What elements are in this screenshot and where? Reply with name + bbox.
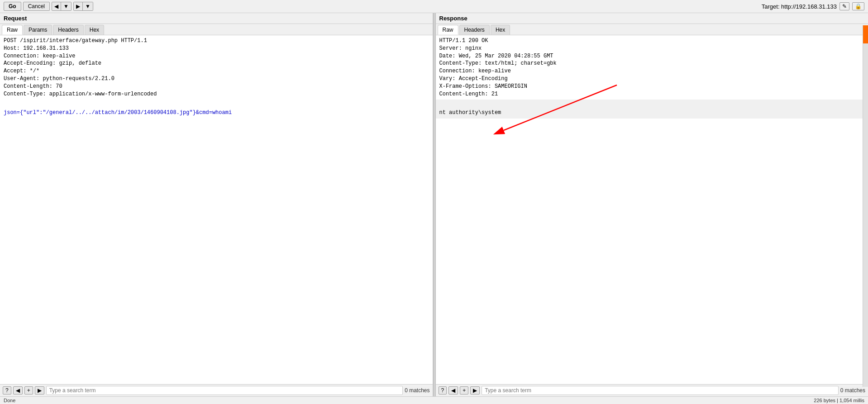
response-header: Response <box>436 13 868 24</box>
request-search-matches: 0 matches <box>405 387 429 394</box>
tab-request-headers[interactable]: Headers <box>53 25 83 35</box>
target-area: Target: http://192.168.31.133 ✎ 🔒 <box>762 2 864 10</box>
tab-response-hex[interactable]: Hex <box>491 25 510 35</box>
nav-next-button[interactable]: ▶ <box>74 2 83 10</box>
tab-request-hex[interactable]: Hex <box>85 25 104 35</box>
target-label: Target: http://192.168.31.133 <box>762 3 837 10</box>
response-search-help-button[interactable]: ? <box>439 386 447 394</box>
lock-button[interactable]: 🔒 <box>852 2 864 10</box>
status-bar: Done 226 bytes | 1,054 millis <box>0 396 868 404</box>
tab-request-params[interactable]: Params <box>24 25 52 35</box>
tab-response-raw[interactable]: Raw <box>438 25 458 35</box>
response-tabs: Raw Headers Hex <box>436 24 868 35</box>
main-content: Request Raw Params Headers Hex POST /isp… <box>0 13 868 396</box>
request-search-add-button[interactable]: + <box>24 386 33 394</box>
request-content-highlight: json={"url":"/general/../../attach/im/20… <box>0 100 433 119</box>
nav-prev-group: ◀ ▼ <box>52 2 72 11</box>
request-body[interactable]: POST /ispirit/interface/gateway.php HTTP… <box>0 35 433 384</box>
request-search-input[interactable] <box>46 386 403 395</box>
status-right: 226 bytes | 1,054 millis <box>814 398 864 403</box>
response-search-next-button[interactable]: ▶ <box>470 386 480 394</box>
response-search-bar: ? ◀ + ▶ 0 matches <box>436 384 868 396</box>
request-search-bar: ? ◀ + ▶ 0 matches <box>0 384 433 396</box>
status-left: Done <box>4 398 15 403</box>
response-search-add-button[interactable]: + <box>460 386 468 394</box>
response-panel: Response Raw Headers Hex HTTP/1.1 200 OK… <box>436 13 868 396</box>
cancel-button[interactable]: Cancel <box>23 2 50 11</box>
request-header: Request <box>0 13 433 24</box>
go-button[interactable]: Go <box>4 2 21 11</box>
toolbar: Go Cancel ◀ ▼ ▶ ▼ Target: http://192.168… <box>0 0 868 13</box>
request-panel: Request Raw Params Headers Hex POST /isp… <box>0 13 433 396</box>
response-content-highlight: nt authority\system <box>436 100 868 119</box>
response-body[interactable]: HTTP/1.1 200 OK Server: nginx Date: Wed,… <box>436 35 868 384</box>
nav-next-down-button[interactable]: ▼ <box>83 2 93 10</box>
request-search-prev-button[interactable]: ◀ <box>13 386 23 394</box>
request-tabs: Raw Params Headers Hex <box>0 24 433 35</box>
request-search-next-button[interactable]: ▶ <box>35 386 44 394</box>
request-search-help-button[interactable]: ? <box>3 386 11 394</box>
tab-request-raw[interactable]: Raw <box>2 25 23 35</box>
nav-prev-down-button[interactable]: ▼ <box>61 2 71 10</box>
nav-prev-button[interactable]: ◀ <box>52 2 61 10</box>
response-search-prev-button[interactable]: ◀ <box>448 386 458 394</box>
response-scrollbar[interactable] <box>863 25 868 387</box>
response-search-input[interactable] <box>482 386 838 395</box>
response-content: HTTP/1.1 200 OK Server: nginx Date: Wed,… <box>436 35 868 100</box>
edit-target-button[interactable]: ✎ <box>839 2 849 10</box>
response-search-matches: 0 matches <box>840 387 865 394</box>
request-content-normal: POST /ispirit/interface/gateway.php HTTP… <box>0 35 433 100</box>
tab-response-headers[interactable]: Headers <box>459 25 490 35</box>
nav-next-group: ▶ ▼ <box>73 2 93 11</box>
scrollbar-thumb[interactable] <box>863 25 868 43</box>
